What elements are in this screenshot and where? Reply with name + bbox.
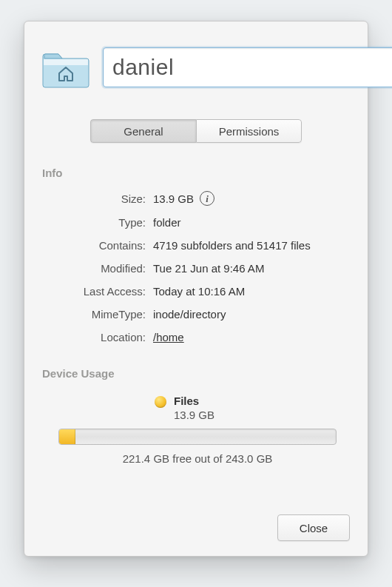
usage-progress-fill [59, 429, 75, 444]
value-last-access: Today at 10:16 AM [153, 285, 350, 298]
device-usage-section: Files 13.9 GB 221.4 GB free out of 243.0… [42, 395, 350, 465]
close-button[interactable]: Close [277, 514, 350, 541]
info-heading: Info [42, 167, 350, 179]
tab-bar: General Permissions [42, 119, 350, 143]
value-location: /home [153, 331, 350, 343]
name-input[interactable] [103, 47, 392, 87]
value-type: folder [153, 216, 350, 229]
label-size: Size: [42, 192, 146, 205]
dialog-footer: Close [42, 514, 350, 541]
info-icon[interactable]: i [200, 191, 214, 206]
location-link[interactable]: /home [153, 331, 184, 343]
tab-group: General Permissions [90, 119, 302, 143]
legend-text: Files 13.9 GB [174, 395, 214, 423]
label-mimetype: MimeType: [42, 308, 146, 321]
value-modified: Tue 21 Jun at 9:46 AM [153, 262, 350, 275]
usage-caption: 221.4 GB free out of 243.0 GB [58, 452, 337, 465]
device-usage-heading: Device Usage [42, 367, 350, 380]
label-location: Location: [42, 331, 146, 343]
value-size-text: 13.9 GB [153, 192, 194, 205]
label-contains: Contains: [42, 239, 146, 252]
folder-home-icon [42, 45, 89, 90]
usage-progress-bar [58, 429, 337, 445]
value-mimetype: inode/directory [153, 308, 350, 321]
legend-dot-icon [155, 396, 166, 408]
label-modified: Modified: [42, 262, 146, 275]
label-type: Type: [42, 216, 146, 229]
value-size: 13.9 GB i [153, 191, 350, 206]
properties-dialog: General Permissions Info Size: 13.9 GB i… [24, 21, 368, 557]
header-row [42, 45, 350, 90]
tab-permissions[interactable]: Permissions [196, 119, 302, 143]
info-grid: Size: 13.9 GB i Type: folder Contains: 4… [42, 191, 350, 343]
tab-general[interactable]: General [90, 119, 196, 143]
legend-title: Files [174, 395, 214, 409]
usage-legend: Files 13.9 GB [155, 395, 350, 423]
legend-value: 13.9 GB [174, 409, 214, 423]
value-contains: 4719 subfolders and 51417 files [153, 239, 350, 252]
label-last-access: Last Access: [42, 285, 146, 298]
svg-rect-0 [44, 59, 88, 65]
